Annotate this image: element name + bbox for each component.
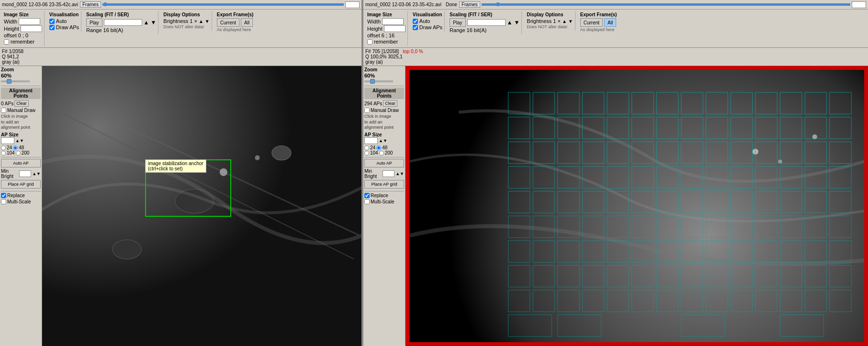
right-image-viewport[interactable] [406, 66, 868, 346]
left-height-input[interactable]: 960 [21, 25, 42, 32]
left-brightness-label: Brightness [163, 18, 188, 24]
left-multi-scale-check[interactable] [1, 199, 6, 204]
right-brightness-label: Brightness [527, 18, 552, 24]
left-bright-down[interactable]: ▼ [205, 19, 210, 24]
right-brightness-value: 1 × [553, 18, 561, 24]
left-ap-200[interactable] [16, 151, 21, 156]
left-min-bright-arrows[interactable]: ▲▼ [32, 171, 41, 176]
left-clear-button[interactable]: Clear [14, 100, 29, 107]
right-ap-200[interactable] [379, 151, 384, 156]
right-multi-scale-check[interactable] [364, 199, 370, 204]
right-zoom-pct: 60% [364, 73, 404, 78]
right-frame-info: F# 705 [1/2058] [365, 49, 399, 54]
left-frames-label: Frames [80, 1, 101, 8]
right-as-displayed: As displayed here [580, 27, 615, 32]
left-min-bright-label: Min Bright [1, 168, 18, 179]
right-min-bright-input[interactable]: 10 [383, 170, 395, 177]
right-manual-draw-label: Manual Draw [371, 108, 399, 113]
right-scaling-label: Scaling (FIT / SER) [450, 12, 519, 17]
left-ap-size-label: AP Size [1, 132, 41, 137]
right-range-label: Range 16 bit(A) [450, 27, 486, 33]
right-ap-title: Alignment Points [364, 88, 404, 99]
left-scale-down[interactable]: ▼ [150, 19, 156, 26]
left-auto-ap-button[interactable]: Auto AP [1, 159, 41, 167]
right-zoom-slider[interactable] [364, 80, 393, 82]
left-ap-size-up[interactable]: ▲▼ [15, 138, 24, 143]
right-min-bright-arrows[interactable]: ▲▼ [395, 171, 404, 176]
left-auto-label: Auto [56, 18, 67, 24]
left-ap-24[interactable] [1, 145, 6, 150]
right-clear-button[interactable]: Clear [383, 100, 397, 107]
left-replace-check[interactable] [1, 193, 6, 198]
left-ap-48[interactable] [13, 145, 18, 150]
left-manual-draw-check[interactable] [1, 108, 6, 113]
left-ap-200-label: 200 [22, 150, 30, 156]
right-frame-input[interactable]: 1 [852, 1, 866, 8]
right-auto-check[interactable] [413, 19, 418, 24]
left-image-viewport[interactable]: image stabilization anchor (ctrl+click t… [42, 66, 361, 346]
left-q-info: Q 941,2 [2, 54, 360, 59]
left-zoom-pct: 60% [1, 73, 41, 78]
right-bright-up[interactable]: ▲ [562, 19, 567, 24]
left-scale-up[interactable]: ▲ [144, 19, 149, 26]
right-current-button[interactable]: Current [580, 18, 603, 27]
left-zoom-slider[interactable] [1, 80, 30, 82]
right-offset-value: 6 ; 16 [382, 33, 395, 38]
right-drawaps-label: Draw APs [419, 24, 442, 30]
left-does-not-alter: Does NOT alter data! [163, 24, 204, 29]
left-min-bright-input[interactable]: 30 [19, 170, 31, 177]
right-ap-size-label: AP Size [364, 132, 404, 137]
right-auto-ap-button[interactable]: Auto AP [364, 159, 404, 167]
right-scale-input[interactable] [467, 19, 506, 26]
left-display-label: Display Options [163, 12, 209, 17]
right-ap-48-label: 48 [382, 145, 387, 150]
left-scale-input[interactable] [104, 19, 142, 26]
left-current-button[interactable]: Current [217, 18, 239, 27]
right-ap-48[interactable] [376, 145, 381, 150]
left-brightness-value: 1 × [190, 18, 197, 24]
left-ap-104[interactable] [1, 151, 6, 156]
right-ap-104[interactable] [364, 151, 369, 156]
right-ap-size-input[interactable]: 88 [364, 137, 378, 144]
right-bright-down[interactable]: ▼ [568, 19, 573, 24]
left-click-info: Click in imageto add analignment point [1, 114, 41, 131]
right-scale-down[interactable]: ▼ [514, 19, 519, 26]
right-remember-check[interactable] [367, 39, 372, 45]
left-width-input[interactable]: 1280 [19, 18, 40, 25]
right-width-input[interactable]: 1312 [382, 18, 404, 25]
right-height-input[interactable]: 1008 [384, 25, 406, 32]
left-manual-draw-label: Manual Draw [7, 108, 35, 113]
right-manual-draw-check[interactable] [364, 108, 370, 113]
left-place-ap-grid-button[interactable]: Place AP grid [1, 180, 41, 189]
left-replace-label: Replace [7, 193, 25, 198]
svg-point-5 [113, 240, 142, 259]
right-frame-pct: top 0,0 % [403, 49, 423, 54]
left-drawaps-check[interactable] [49, 25, 55, 30]
left-width-label: Width [4, 19, 17, 24]
right-height-label: Height [367, 26, 383, 32]
left-ap-104-label: 104 [7, 150, 15, 156]
right-play-button[interactable]: Play [450, 18, 465, 27]
left-multi-scale-label: Multi-Scale [7, 199, 31, 204]
left-bright-up[interactable]: ▲ [199, 19, 203, 24]
right-ap-size-arrows[interactable]: ▲▼ [379, 138, 387, 143]
left-ap-size-input[interactable]: 72 [1, 137, 14, 144]
right-ap-24[interactable] [364, 145, 369, 150]
left-play-button[interactable]: Play [86, 18, 102, 27]
svg-point-6 [272, 145, 291, 160]
left-auto-check[interactable] [49, 19, 55, 24]
right-image-size-label: Image Size [367, 12, 406, 17]
left-remember-check[interactable] [4, 39, 9, 45]
left-vis-label: Visualisation [49, 12, 79, 17]
right-replace-check[interactable] [364, 193, 370, 198]
right-place-ap-grid-button[interactable]: Place AP grid [364, 180, 404, 189]
right-scale-up[interactable]: ▲ [507, 19, 513, 26]
right-drawaps-check[interactable] [413, 25, 418, 30]
left-frame-input[interactable]: 1 [345, 1, 360, 8]
left-all-button[interactable]: All [241, 18, 253, 27]
right-all-button[interactable]: All [604, 18, 616, 27]
left-tooltip-line2: (ctrl+click to set) [148, 166, 203, 171]
right-width-label: Width [367, 19, 381, 24]
right-multi-scale-label: Multi-Scale [371, 199, 394, 204]
right-ap-104-label: 104 [370, 150, 378, 156]
